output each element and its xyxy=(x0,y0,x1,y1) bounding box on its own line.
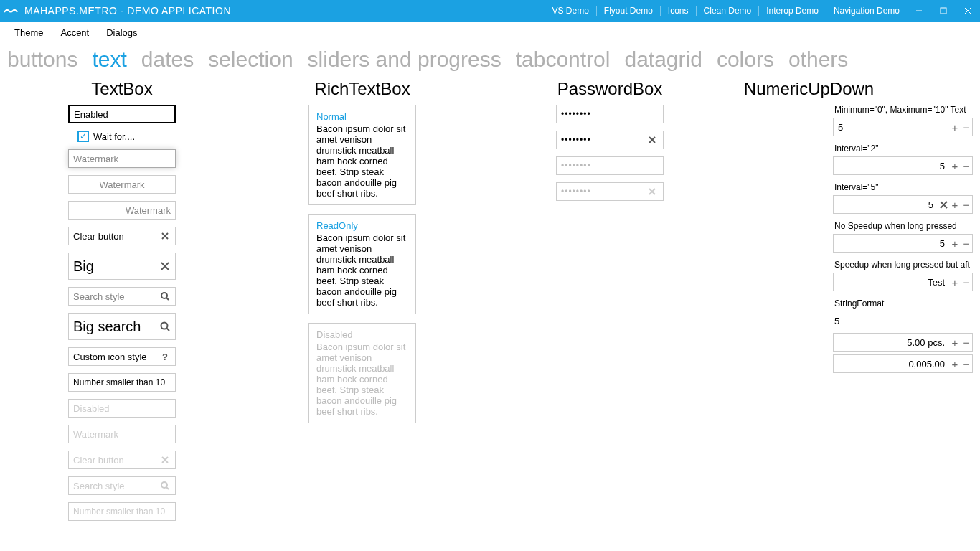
numeric-4[interactable]: 5 + − xyxy=(833,234,973,253)
textbox-number-input[interactable] xyxy=(73,377,171,387)
tab-selection[interactable]: selection xyxy=(208,47,293,72)
numeric-up-icon[interactable]: + xyxy=(949,160,961,172)
numeric-5[interactable]: Test + − xyxy=(833,273,973,291)
waitfor-checkbox-row: ✓ Wait for.... xyxy=(77,131,237,142)
textbox-disabled-watermark-input xyxy=(73,429,171,440)
numeric-label-5: Speedup when long pressed but aft xyxy=(833,260,973,270)
numeric-down-icon[interactable]: − xyxy=(961,199,972,211)
numeric-3-value[interactable]: 5 xyxy=(834,199,938,210)
numeric-4-value[interactable]: 5 xyxy=(834,238,949,249)
numeric-up-icon[interactable]: + xyxy=(949,237,961,250)
textbox-big-input[interactable] xyxy=(73,258,159,275)
numeric-2-value[interactable]: 5 xyxy=(834,161,949,171)
numeric-2[interactable]: 5 + − xyxy=(833,156,973,175)
numeric-up-icon[interactable]: + xyxy=(949,199,961,211)
numeric-down-icon[interactable]: − xyxy=(961,276,972,288)
numeric-down-icon[interactable]: − xyxy=(961,121,972,133)
search-icon[interactable] xyxy=(159,320,171,333)
textbox-enabled[interactable] xyxy=(68,105,176,123)
clear-icon[interactable] xyxy=(646,133,659,146)
numeric-up-icon[interactable]: + xyxy=(949,276,961,288)
numeric-3[interactable]: 5 + − xyxy=(833,195,973,214)
textbox-disabled-clear-input xyxy=(73,455,159,466)
numeric-down-icon[interactable]: − xyxy=(961,336,972,349)
numeric-6[interactable]: 5.00 pcs. + − xyxy=(833,333,973,352)
tab-buttons[interactable]: buttons xyxy=(7,47,77,72)
passwordbox-column: PasswordBox •••••••• •••••••• •••••••• •… xyxy=(488,79,732,528)
numeric-6-value[interactable]: 5.00 pcs. xyxy=(834,337,949,348)
numeric-7[interactable]: 0,005.00 + − xyxy=(833,354,973,373)
numeric-up-icon[interactable]: + xyxy=(949,358,961,370)
passwordbox-2[interactable]: •••••••• xyxy=(556,131,664,149)
numeric-down-icon[interactable]: − xyxy=(961,160,972,172)
textbox-watermark-right-input[interactable] xyxy=(73,205,171,216)
search-icon[interactable] xyxy=(159,290,171,303)
textbox-watermark-right[interactable] xyxy=(68,201,176,220)
clear-icon[interactable] xyxy=(159,230,171,242)
titlebar-link-interop[interactable]: Interop Demo xyxy=(759,6,826,16)
textbox-bigsearch-input[interactable] xyxy=(73,319,159,335)
textbox-watermark-focused[interactable] xyxy=(68,149,176,168)
textbox-clear-input[interactable] xyxy=(73,231,159,242)
svg-point-14 xyxy=(161,482,167,488)
textbox-clear[interactable] xyxy=(68,227,176,245)
tab-sliders[interactable]: sliders and progress xyxy=(308,47,501,72)
titlebar-link-vs[interactable]: VS Demo xyxy=(545,6,596,16)
password-value: •••••••• xyxy=(561,109,591,119)
tab-others[interactable]: others xyxy=(788,47,848,72)
tab-datagrid[interactable]: datagrid xyxy=(624,47,702,72)
numeric-7-value[interactable]: 0,005.00 xyxy=(834,359,949,369)
textbox-search[interactable] xyxy=(68,287,176,306)
richtextbox-normal[interactable]: Normal Bacon ipsum dolor sit amet veniso… xyxy=(308,105,416,205)
titlebar: MAHAPPS.METRO - DEMO APPLICATION VS Demo… xyxy=(0,0,980,22)
help-icon[interactable]: ? xyxy=(159,350,171,363)
password-value: •••••••• xyxy=(561,187,646,197)
titlebar-link-clean[interactable]: Clean Demo xyxy=(697,6,760,16)
numeric-up-icon[interactable]: + xyxy=(949,336,961,349)
minimize-button[interactable] xyxy=(907,0,931,22)
tab-tabcontrol[interactable]: tabcontrol xyxy=(516,47,611,72)
textbox-customicon[interactable]: ? xyxy=(68,347,176,366)
textbox-enabled-input[interactable] xyxy=(74,109,170,120)
clear-icon[interactable] xyxy=(159,260,171,273)
menu-theme[interactable]: Theme xyxy=(6,24,52,41)
textbox-number[interactable] xyxy=(68,373,176,392)
textbox-watermark-focused-input[interactable] xyxy=(73,154,171,164)
waitfor-checkbox[interactable]: ✓ xyxy=(77,131,89,142)
passwordbox-1[interactable]: •••••••• xyxy=(556,105,664,123)
textbox-watermark-center-input[interactable] xyxy=(73,179,171,190)
maximize-button[interactable] xyxy=(931,0,956,22)
rtb-readonly-body: Bacon ipsum dolor sit amet venison drums… xyxy=(316,232,408,308)
rtb-disabled-body: Bacon ipsum dolor sit amet venison drums… xyxy=(316,342,408,417)
menu-accent[interactable]: Accent xyxy=(52,24,98,41)
rtb-normal-link[interactable]: Normal xyxy=(316,111,347,122)
numeric-down-icon[interactable]: − xyxy=(961,358,972,370)
titlebar-link-navigation[interactable]: Navigation Demo xyxy=(826,6,907,16)
numeric-1[interactable]: 5 + − xyxy=(833,118,973,136)
rtb-readonly-link[interactable]: ReadOnly xyxy=(316,220,358,231)
titlebar-link-flyout[interactable]: Flyout Demo xyxy=(597,6,661,16)
clear-icon[interactable] xyxy=(938,201,949,209)
titlebar-links: VS Demo Flyout Demo Icons Clean Demo Int… xyxy=(545,6,907,16)
menu-dialogs[interactable]: Dialogs xyxy=(98,24,146,41)
passwordbox-header: PasswordBox xyxy=(488,79,732,99)
svg-rect-1 xyxy=(941,8,946,14)
numeric-down-icon[interactable]: − xyxy=(961,237,972,250)
textbox-big[interactable] xyxy=(68,253,176,280)
numeric-5-value[interactable]: Test xyxy=(834,277,949,288)
numeric-up-icon[interactable]: + xyxy=(949,121,961,133)
search-icon xyxy=(159,479,171,492)
textbox-search-input[interactable] xyxy=(73,291,159,302)
tab-text[interactable]: text xyxy=(92,47,126,72)
close-button[interactable] xyxy=(956,0,980,22)
tab-colors[interactable]: colors xyxy=(717,47,774,72)
textbox-bigsearch[interactable] xyxy=(68,313,176,340)
numeric-label-2: Interval="2" xyxy=(833,143,973,154)
numericupdown-column: NumericUpDown Minimum="0", Maximum="10" … xyxy=(739,79,973,528)
titlebar-link-icons[interactable]: Icons xyxy=(661,6,697,16)
textbox-watermark-center[interactable] xyxy=(68,175,176,194)
tab-dates[interactable]: dates xyxy=(141,47,194,72)
numeric-1-value[interactable]: 5 xyxy=(834,122,949,133)
textbox-customicon-input[interactable] xyxy=(73,352,159,362)
textbox-header: TextBox xyxy=(7,79,237,99)
